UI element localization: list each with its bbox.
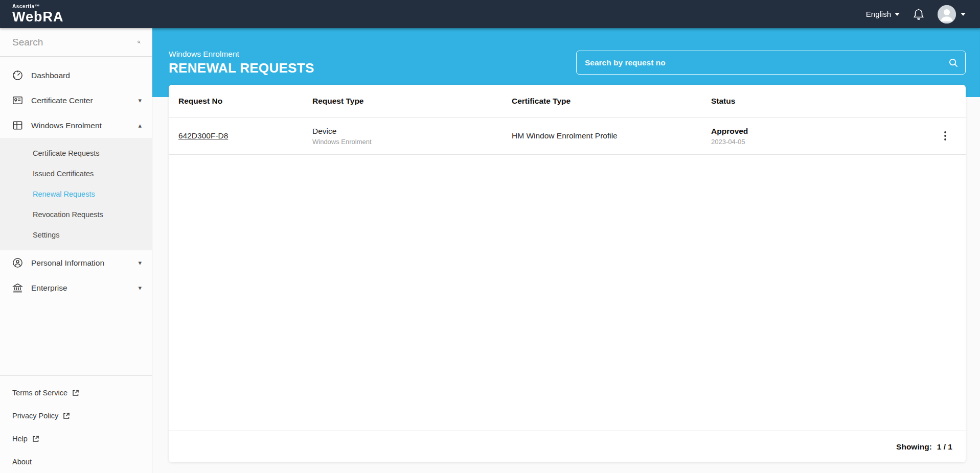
sidebar-item-label: Windows Enrolment	[31, 121, 130, 130]
search-icon[interactable]	[949, 58, 958, 67]
main-area: Windows Enrolment RENEWAL REQUESTS Reque…	[152, 0, 980, 473]
chevron-down-icon: ▾	[138, 259, 142, 267]
person-circle-icon	[12, 257, 23, 268]
link-label: Help	[12, 435, 28, 443]
top-bar: Ascertia™ WebRA English	[0, 0, 980, 28]
chevron-up-icon: ▴	[138, 122, 142, 129]
column-header-status: Status	[711, 97, 938, 106]
dashboard-icon	[12, 70, 23, 81]
sidebar-item-certificate-center[interactable]: Certificate Center ▾	[0, 88, 152, 113]
column-header-certificate-type: Certificate Type	[512, 97, 711, 106]
sidebar-footer: Terms of Service Privacy Policy Help Abo…	[0, 375, 152, 473]
request-search-input[interactable]	[585, 58, 949, 67]
external-link-icon	[72, 389, 79, 396]
bank-icon	[12, 282, 23, 293]
column-header-request-type: Request Type	[312, 97, 512, 106]
sidebar-item-label: Dashboard	[31, 71, 142, 80]
status-date: 2023-04-05	[711, 138, 938, 146]
submenu-item-certificate-requests[interactable]: Certificate Requests	[0, 143, 152, 163]
submenu-item-revocation-requests[interactable]: Revocation Requests	[0, 204, 152, 225]
certificate-icon	[12, 95, 23, 106]
sidebar-nav: Dashboard Certificate Center ▾ Windows E…	[0, 57, 152, 300]
external-link-icon	[32, 435, 39, 442]
content-area: Request No Request Type Certificate Type…	[152, 97, 980, 473]
link-label: Terms of Service	[12, 389, 67, 397]
terms-of-service-link[interactable]: Terms of Service	[0, 381, 152, 404]
user-menu[interactable]	[938, 5, 966, 23]
chevron-down-icon: ▾	[138, 284, 142, 292]
submenu-item-settings[interactable]: Settings	[0, 225, 152, 245]
request-search	[576, 51, 966, 75]
request-type-value: Device	[312, 127, 512, 136]
request-no-link[interactable]: 642D300F-D8	[178, 131, 228, 140]
sidebar-item-enterprise[interactable]: Enterprise ▾	[0, 275, 152, 300]
avatar	[938, 5, 956, 23]
certificate-type-value: HM Window Enrolment Profile	[512, 131, 711, 140]
user-icon	[938, 5, 956, 23]
sidebar-item-label: Personal Information	[31, 258, 130, 268]
chevron-down-icon	[895, 13, 900, 16]
chevron-down-icon: ▾	[138, 97, 142, 104]
language-selector[interactable]: English	[866, 10, 900, 18]
column-header-request-no: Request No	[178, 97, 312, 106]
sidebar-item-windows-enrolment[interactable]: Windows Enrolment ▴	[0, 113, 152, 138]
link-label: Privacy Policy	[12, 412, 58, 420]
link-label: About	[12, 458, 32, 466]
sidebar-search	[0, 28, 152, 57]
row-actions-button[interactable]	[938, 129, 952, 143]
sidebar-item-dashboard[interactable]: Dashboard	[0, 63, 152, 88]
external-link-icon	[63, 412, 70, 419]
sidebar-item-label: Certificate Center	[31, 96, 130, 105]
chevron-down-icon	[961, 13, 966, 16]
company-name: Ascertia™	[12, 4, 64, 9]
table-row: 642D300F-D8 Device Windows Enrolment HM …	[169, 117, 966, 155]
bell-icon	[913, 8, 924, 20]
submenu-item-issued-certificates[interactable]: Issued Certificates	[0, 163, 152, 184]
help-link[interactable]: Help	[0, 427, 152, 450]
sidebar-item-personal-information[interactable]: Personal Information ▾	[0, 250, 152, 275]
product-name: WebRA	[12, 9, 64, 25]
app-logo[interactable]: Ascertia™ WebRA	[12, 4, 64, 24]
windows-enrolment-submenu: Certificate Requests Issued Certificates…	[0, 138, 152, 250]
renewal-requests-card: Request No Request Type Certificate Type…	[169, 85, 966, 462]
about-link[interactable]: About	[0, 450, 152, 473]
submenu-item-renewal-requests[interactable]: Renewal Requests	[0, 184, 152, 204]
search-icon[interactable]	[138, 37, 141, 47]
language-label: English	[866, 10, 891, 18]
sidebar-search-input[interactable]	[12, 37, 138, 48]
sidebar: Dashboard Certificate Center ▾ Windows E…	[0, 28, 152, 473]
request-subtype-value: Windows Enrolment	[312, 138, 512, 146]
windows-icon	[12, 120, 23, 131]
table-header-row: Request No Request Type Certificate Type…	[169, 85, 966, 117]
page-title: RENEWAL REQUESTS	[169, 60, 314, 76]
status-badge: Approved	[711, 127, 938, 136]
notifications-button[interactable]	[913, 8, 924, 20]
showing-label: Showing:	[896, 442, 932, 452]
sidebar-item-label: Enterprise	[31, 283, 130, 293]
privacy-policy-link[interactable]: Privacy Policy	[0, 404, 152, 427]
kebab-menu-icon	[944, 131, 946, 140]
showing-value: 1 / 1	[937, 442, 952, 452]
table-footer: Showing: 1 / 1	[169, 431, 966, 462]
breadcrumb: Windows Enrolment	[169, 50, 314, 59]
